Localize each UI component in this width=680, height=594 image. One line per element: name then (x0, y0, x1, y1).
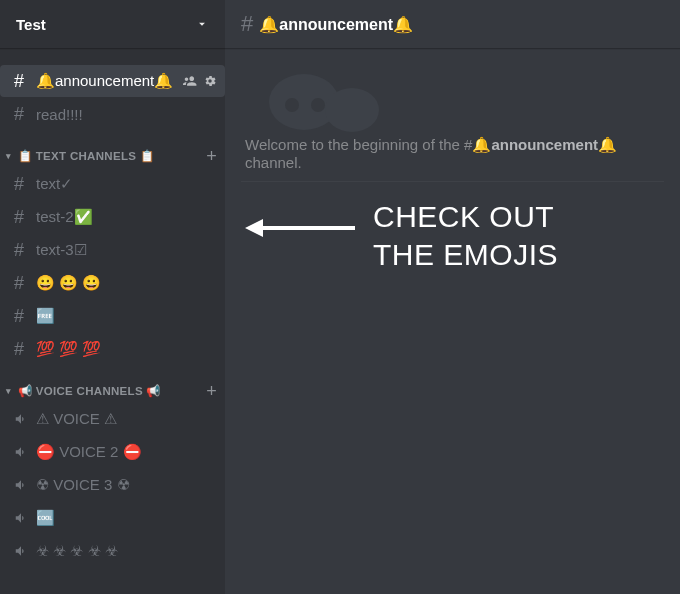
channel-label: ⚠ VOICE ⚠ (36, 410, 217, 428)
add-channel-icon[interactable]: + (206, 382, 217, 400)
speaker-icon (14, 544, 32, 558)
channel-sidebar: Test # 🔔announcement🔔 # read!!!! ▾ 📋 T (0, 0, 225, 594)
hash-icon: # (14, 241, 32, 259)
channel-title: 🔔announcement🔔 (259, 15, 413, 34)
channel-announcement[interactable]: # 🔔announcement🔔 (0, 65, 225, 97)
annotation-text: CHECK OUT THE EMOJIS (373, 198, 558, 273)
chevron-down-icon (195, 17, 209, 31)
channel-text-3[interactable]: # text-3☑ (0, 234, 225, 266)
voice-channel-biohazard[interactable]: ☣ ☣ ☣ ☣ ☣ (0, 535, 225, 567)
channel-text[interactable]: # text✓ (0, 168, 225, 200)
invite-icon[interactable] (183, 74, 197, 88)
hash-icon: # (14, 307, 32, 325)
channel-test-2[interactable]: # test-2✅ (0, 201, 225, 233)
category-label: 📋 TEXT CHANNELS 📋 (18, 149, 206, 163)
channel-header: # 🔔announcement🔔 (225, 0, 680, 48)
channel-list: # 🔔announcement🔔 # read!!!! ▾ 📋 TEXT CHA… (0, 48, 225, 594)
channel-label: 🆓 (36, 307, 217, 325)
category-voice-channels[interactable]: ▾ 📢 VOICE CHANNELS 📢 + (0, 366, 225, 402)
channel-label: read!!!! (36, 106, 217, 123)
server-header[interactable]: Test (0, 0, 225, 48)
channel-emoji-smile[interactable]: # 😀 😀 😀 (0, 267, 225, 299)
speaker-icon (14, 511, 32, 525)
gear-icon[interactable] (203, 74, 217, 88)
category-label: 📢 VOICE CHANNELS 📢 (18, 384, 206, 398)
hash-icon: # (14, 340, 32, 358)
hash-icon: # (14, 72, 32, 90)
channel-label: test-2✅ (36, 208, 217, 226)
channel-label: ☢ VOICE 3 ☢ (36, 476, 217, 494)
channel-label: 💯 💯 💯 (36, 340, 217, 358)
voice-channel-1[interactable]: ⚠ VOICE ⚠ (0, 403, 225, 435)
channel-label: text✓ (36, 175, 217, 193)
channel-label: 🔔announcement🔔 (36, 72, 183, 90)
server-name: Test (16, 16, 46, 33)
channel-emoji-free[interactable]: # 🆓 (0, 300, 225, 332)
voice-channel-2[interactable]: ⛔ VOICE 2 ⛔ (0, 436, 225, 468)
hash-icon: # (14, 105, 32, 123)
chevron-down-icon: ▾ (6, 386, 16, 396)
main-content: # 🔔announcement🔔 Welcome to the beginnin… (225, 0, 680, 594)
hash-icon: # (14, 274, 32, 292)
channel-label: ☣ ☣ ☣ ☣ ☣ (36, 542, 217, 560)
divider (241, 181, 664, 182)
arrow-left-icon (245, 216, 355, 240)
hash-icon: # (14, 175, 32, 193)
channel-emoji-100[interactable]: # 💯 💯 💯 (0, 333, 225, 365)
message-area: Welcome to the beginning of the #🔔announ… (225, 48, 680, 594)
wumpus-icon (269, 70, 409, 130)
voice-channel-3[interactable]: ☢ VOICE 3 ☢ (0, 469, 225, 501)
welcome-text: Welcome to the beginning of the #🔔announ… (245, 136, 664, 171)
hash-icon: # (14, 208, 32, 226)
channel-label: text-3☑ (36, 241, 217, 259)
svg-marker-1 (245, 219, 263, 237)
speaker-icon (14, 445, 32, 459)
speaker-icon (14, 478, 32, 492)
chevron-down-icon: ▾ (6, 151, 16, 161)
channel-read[interactable]: # read!!!! (0, 98, 225, 130)
welcome-block: Welcome to the beginning of the #🔔announ… (241, 70, 664, 182)
channel-label: 😀 😀 😀 (36, 274, 217, 292)
hash-icon: # (241, 11, 253, 37)
category-text-channels[interactable]: ▾ 📋 TEXT CHANNELS 📋 + (0, 131, 225, 167)
channel-label: 🆒 (36, 509, 217, 527)
speaker-icon (14, 412, 32, 426)
add-channel-icon[interactable]: + (206, 147, 217, 165)
channel-label: ⛔ VOICE 2 ⛔ (36, 443, 217, 461)
voice-channel-cool[interactable]: 🆒 (0, 502, 225, 534)
annotation-overlay: CHECK OUT THE EMOJIS (245, 198, 558, 273)
